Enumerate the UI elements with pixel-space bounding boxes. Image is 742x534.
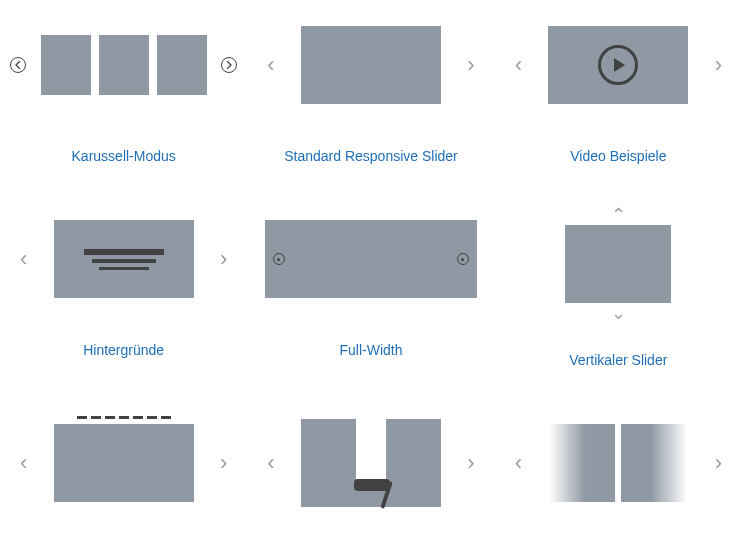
chevron-left-icon[interactable]: ‹: [509, 50, 528, 80]
carousel-slide: [41, 35, 91, 95]
thumb-video: ‹ ›: [495, 10, 742, 120]
card-video: ‹ › Video Beispiele: [495, 10, 742, 164]
thumb-slidefade: ‹ ›: [495, 408, 742, 518]
chevron-left-icon[interactable]: ‹: [14, 244, 33, 274]
examples-grid: Karussell-Modus ‹ › Standard Responsive …: [0, 0, 742, 534]
paint-icon: [301, 419, 441, 507]
card-fullwidth: Full-Width: [247, 204, 494, 368]
thumb-standard: ‹ ›: [247, 10, 494, 120]
text-line: [84, 249, 164, 255]
page-dot[interactable]: [147, 416, 157, 419]
chevron-left-icon[interactable]: ‹: [509, 448, 528, 478]
card-title-link[interactable]: Vertikaler Slider: [569, 352, 667, 368]
chevron-right-icon[interactable]: ›: [214, 244, 233, 274]
chevron-left-circle-icon[interactable]: [10, 57, 26, 73]
card-title-link[interactable]: Video Beispiele: [570, 148, 666, 164]
page-dot[interactable]: [161, 416, 171, 419]
chevron-right-icon[interactable]: ›: [709, 50, 728, 80]
thumb-vertikal: ⌃ ⌄: [495, 204, 742, 324]
chevron-down-icon[interactable]: ⌄: [605, 302, 632, 324]
vertical-placeholder: [565, 225, 671, 303]
text-line: [99, 267, 149, 270]
thumb-karussell: [0, 10, 247, 120]
card-hintergruende: ‹ › Hintergründe: [0, 204, 247, 368]
card-title-link[interactable]: Full-Width: [339, 342, 402, 358]
page-dot[interactable]: [119, 416, 129, 419]
chevron-up-icon[interactable]: ⌃: [605, 204, 632, 226]
page-dot[interactable]: [77, 416, 87, 419]
chevron-right-circle-icon[interactable]: [221, 57, 237, 73]
thumb-fullwidth: [247, 204, 494, 314]
pagination-dots: [77, 416, 171, 419]
fade-placeholder: [549, 424, 687, 502]
card-title-link[interactable]: Karussell-Modus: [72, 148, 176, 164]
thumb-hintergruende: ‹ ›: [0, 204, 247, 314]
card-slidefade: ‹ › Slide- & Fade-Effekte: [495, 408, 742, 534]
video-placeholder: [548, 26, 688, 104]
card-karussell: Karussell-Modus: [0, 10, 247, 164]
play-icon: [598, 45, 638, 85]
card-vertikal: ⌃ ⌄ Vertikaler Slider: [495, 204, 742, 368]
carousel-slide: [99, 35, 149, 95]
card-direktlinks: ‹ › Slider mit Direktlinks: [0, 408, 247, 534]
chevron-left-icon[interactable]: ‹: [261, 448, 280, 478]
chevron-right-icon[interactable]: ›: [461, 448, 480, 478]
text-overlay-placeholder: [54, 220, 194, 298]
thumb-direktlinks: ‹ ›: [0, 408, 247, 518]
page-dot[interactable]: [91, 416, 101, 419]
paint-stripe: [356, 419, 386, 485]
card-title-link[interactable]: Standard Responsive Slider: [284, 148, 458, 164]
card-standard: ‹ › Standard Responsive Slider: [247, 10, 494, 164]
chevron-left-icon[interactable]: ‹: [261, 50, 280, 80]
fade-right: [621, 424, 687, 502]
dot-right-icon[interactable]: [457, 253, 469, 265]
chevron-right-icon[interactable]: ›: [214, 448, 233, 478]
fade-left: [549, 424, 615, 502]
card-title-link[interactable]: Hintergründe: [83, 342, 164, 358]
fullwidth-placeholder: [265, 220, 477, 298]
carousel-slide: [157, 35, 207, 95]
directlinks-placeholder: [54, 424, 194, 502]
text-line: [92, 259, 156, 263]
card-customskins: ‹ › Custom-Skins: [247, 408, 494, 534]
chevron-right-icon[interactable]: ›: [461, 50, 480, 80]
carousel-thumbs: [41, 35, 207, 95]
thumb-customskins: ‹ ›: [247, 408, 494, 518]
slide-placeholder: [301, 26, 441, 104]
page-dot[interactable]: [133, 416, 143, 419]
chevron-right-icon[interactable]: ›: [709, 448, 728, 478]
page-dot[interactable]: [105, 416, 115, 419]
paint-roller-icon: [354, 479, 390, 491]
chevron-left-icon[interactable]: ‹: [14, 448, 33, 478]
dot-left-icon[interactable]: [273, 253, 285, 265]
